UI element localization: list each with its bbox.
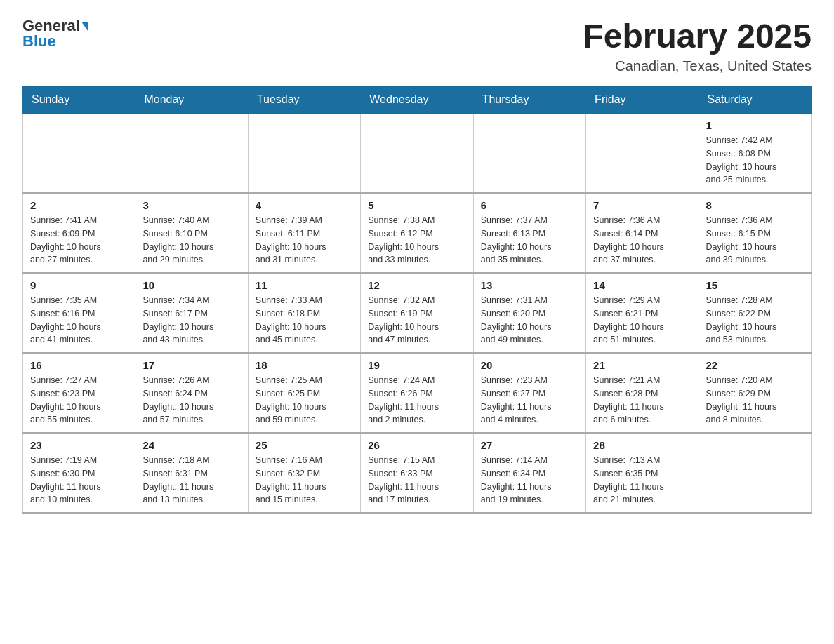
day-info: Sunrise: 7:33 AM Sunset: 6:18 PM Dayligh…: [256, 294, 353, 347]
day-info: Sunrise: 7:15 AM Sunset: 6:33 PM Dayligh…: [368, 454, 465, 507]
day-info: Sunrise: 7:31 AM Sunset: 6:20 PM Dayligh…: [481, 294, 578, 347]
day-info: Sunrise: 7:13 AM Sunset: 6:35 PM Dayligh…: [593, 454, 691, 507]
day-number: 27: [481, 439, 578, 451]
calendar-cell: 6Sunrise: 7:37 AM Sunset: 6:13 PM Daylig…: [473, 193, 585, 273]
day-number: 13: [481, 279, 578, 291]
day-number: 21: [593, 359, 691, 371]
calendar-cell: 9Sunrise: 7:35 AM Sunset: 6:16 PM Daylig…: [23, 273, 135, 353]
day-info: Sunrise: 7:27 AM Sunset: 6:23 PM Dayligh…: [30, 374, 128, 427]
calendar-cell: 15Sunrise: 7:28 AM Sunset: 6:22 PM Dayli…: [699, 273, 811, 353]
day-number: 3: [143, 199, 240, 211]
header-day-friday: Friday: [586, 86, 699, 114]
calendar-cell: 4Sunrise: 7:39 AM Sunset: 6:11 PM Daylig…: [248, 193, 360, 273]
calendar-cell: 26Sunrise: 7:15 AM Sunset: 6:33 PM Dayli…: [361, 433, 473, 513]
day-info: Sunrise: 7:29 AM Sunset: 6:21 PM Dayligh…: [593, 294, 691, 347]
day-info: Sunrise: 7:32 AM Sunset: 6:19 PM Dayligh…: [368, 294, 465, 347]
calendar-cell: [586, 114, 699, 194]
day-info: Sunrise: 7:19 AM Sunset: 6:30 PM Dayligh…: [30, 454, 128, 507]
calendar-cell: [135, 114, 248, 194]
day-number: 20: [481, 359, 578, 371]
calendar-week-3: 9Sunrise: 7:35 AM Sunset: 6:16 PM Daylig…: [23, 273, 812, 353]
day-info: Sunrise: 7:16 AM Sunset: 6:32 PM Dayligh…: [256, 454, 353, 507]
calendar-cell: 22Sunrise: 7:20 AM Sunset: 6:29 PM Dayli…: [699, 353, 811, 433]
calendar-cell: [248, 114, 360, 194]
day-number: 23: [30, 439, 128, 451]
calendar-cell: 20Sunrise: 7:23 AM Sunset: 6:27 PM Dayli…: [473, 353, 585, 433]
day-number: 19: [368, 359, 465, 371]
logo: General Blue: [22, 17, 88, 51]
calendar-cell: 19Sunrise: 7:24 AM Sunset: 6:26 PM Dayli…: [361, 353, 473, 433]
day-info: Sunrise: 7:23 AM Sunset: 6:27 PM Dayligh…: [481, 374, 578, 427]
header-day-sunday: Sunday: [23, 86, 135, 114]
day-info: Sunrise: 7:26 AM Sunset: 6:24 PM Dayligh…: [143, 374, 240, 427]
day-number: 24: [143, 439, 240, 451]
calendar-cell: [699, 433, 811, 513]
page-header: General Blue February 2025 Canadian, Tex…: [22, 17, 812, 74]
day-number: 5: [368, 199, 465, 211]
day-number: 1: [706, 119, 804, 131]
day-info: Sunrise: 7:14 AM Sunset: 6:34 PM Dayligh…: [481, 454, 578, 507]
calendar-week-5: 23Sunrise: 7:19 AM Sunset: 6:30 PM Dayli…: [23, 433, 812, 513]
day-info: Sunrise: 7:42 AM Sunset: 6:08 PM Dayligh…: [706, 134, 804, 187]
title-section: February 2025 Canadian, Texas, United St…: [583, 17, 812, 74]
day-number: 28: [593, 439, 691, 451]
calendar-cell: 23Sunrise: 7:19 AM Sunset: 6:30 PM Dayli…: [23, 433, 135, 513]
day-number: 7: [593, 199, 691, 211]
day-number: 17: [143, 359, 240, 371]
day-info: Sunrise: 7:39 AM Sunset: 6:11 PM Dayligh…: [256, 214, 353, 267]
calendar-week-2: 2Sunrise: 7:41 AM Sunset: 6:09 PM Daylig…: [23, 193, 812, 273]
calendar-cell: 24Sunrise: 7:18 AM Sunset: 6:31 PM Dayli…: [135, 433, 248, 513]
calendar-cell: 21Sunrise: 7:21 AM Sunset: 6:28 PM Dayli…: [586, 353, 699, 433]
calendar-cell: 16Sunrise: 7:27 AM Sunset: 6:23 PM Dayli…: [23, 353, 135, 433]
day-number: 15: [706, 279, 804, 291]
header-day-monday: Monday: [135, 86, 248, 114]
calendar-header-row: SundayMondayTuesdayWednesdayThursdayFrid…: [23, 86, 812, 114]
header-day-tuesday: Tuesday: [248, 86, 360, 114]
header-day-saturday: Saturday: [699, 86, 811, 114]
calendar-cell: 12Sunrise: 7:32 AM Sunset: 6:19 PM Dayli…: [361, 273, 473, 353]
day-number: 2: [30, 199, 128, 211]
calendar-cell: [361, 114, 473, 194]
calendar-cell: 11Sunrise: 7:33 AM Sunset: 6:18 PM Dayli…: [248, 273, 360, 353]
calendar-cell: 27Sunrise: 7:14 AM Sunset: 6:34 PM Dayli…: [473, 433, 585, 513]
day-info: Sunrise: 7:36 AM Sunset: 6:14 PM Dayligh…: [593, 214, 691, 267]
day-info: Sunrise: 7:20 AM Sunset: 6:29 PM Dayligh…: [706, 374, 804, 427]
day-number: 25: [256, 439, 353, 451]
day-info: Sunrise: 7:40 AM Sunset: 6:10 PM Dayligh…: [143, 214, 240, 267]
calendar-cell: 5Sunrise: 7:38 AM Sunset: 6:12 PM Daylig…: [361, 193, 473, 273]
day-info: Sunrise: 7:41 AM Sunset: 6:09 PM Dayligh…: [30, 214, 128, 267]
day-number: 10: [143, 279, 240, 291]
calendar-cell: 8Sunrise: 7:36 AM Sunset: 6:15 PM Daylig…: [699, 193, 811, 273]
day-number: 18: [256, 359, 353, 371]
day-info: Sunrise: 7:34 AM Sunset: 6:17 PM Dayligh…: [143, 294, 240, 347]
calendar-cell: 25Sunrise: 7:16 AM Sunset: 6:32 PM Dayli…: [248, 433, 360, 513]
day-info: Sunrise: 7:37 AM Sunset: 6:13 PM Dayligh…: [481, 214, 578, 267]
page-subtitle: Canadian, Texas, United States: [583, 58, 812, 74]
calendar-cell: 7Sunrise: 7:36 AM Sunset: 6:14 PM Daylig…: [586, 193, 699, 273]
logo-blue-text: Blue: [22, 32, 56, 51]
calendar-table: SundayMondayTuesdayWednesdayThursdayFrid…: [22, 86, 812, 514]
day-info: Sunrise: 7:18 AM Sunset: 6:31 PM Dayligh…: [143, 454, 240, 507]
calendar-cell: 14Sunrise: 7:29 AM Sunset: 6:21 PM Dayli…: [586, 273, 699, 353]
day-info: Sunrise: 7:21 AM Sunset: 6:28 PM Dayligh…: [593, 374, 691, 427]
day-info: Sunrise: 7:25 AM Sunset: 6:25 PM Dayligh…: [256, 374, 353, 427]
calendar-week-4: 16Sunrise: 7:27 AM Sunset: 6:23 PM Dayli…: [23, 353, 812, 433]
calendar-cell: 13Sunrise: 7:31 AM Sunset: 6:20 PM Dayli…: [473, 273, 585, 353]
day-info: Sunrise: 7:35 AM Sunset: 6:16 PM Dayligh…: [30, 294, 128, 347]
day-info: Sunrise: 7:24 AM Sunset: 6:26 PM Dayligh…: [368, 374, 465, 427]
day-number: 4: [256, 199, 353, 211]
day-number: 9: [30, 279, 128, 291]
day-info: Sunrise: 7:36 AM Sunset: 6:15 PM Dayligh…: [706, 214, 804, 267]
day-info: Sunrise: 7:28 AM Sunset: 6:22 PM Dayligh…: [706, 294, 804, 347]
day-number: 6: [481, 199, 578, 211]
header-day-thursday: Thursday: [473, 86, 585, 114]
calendar-cell: 10Sunrise: 7:34 AM Sunset: 6:17 PM Dayli…: [135, 273, 248, 353]
day-number: 22: [706, 359, 804, 371]
day-number: 11: [256, 279, 353, 291]
calendar-cell: 28Sunrise: 7:13 AM Sunset: 6:35 PM Dayli…: [586, 433, 699, 513]
logo-triangle-icon: [81, 22, 88, 31]
calendar-cell: 17Sunrise: 7:26 AM Sunset: 6:24 PM Dayli…: [135, 353, 248, 433]
calendar-week-1: 1Sunrise: 7:42 AM Sunset: 6:08 PM Daylig…: [23, 114, 812, 194]
header-day-wednesday: Wednesday: [361, 86, 473, 114]
day-info: Sunrise: 7:38 AM Sunset: 6:12 PM Dayligh…: [368, 214, 465, 267]
